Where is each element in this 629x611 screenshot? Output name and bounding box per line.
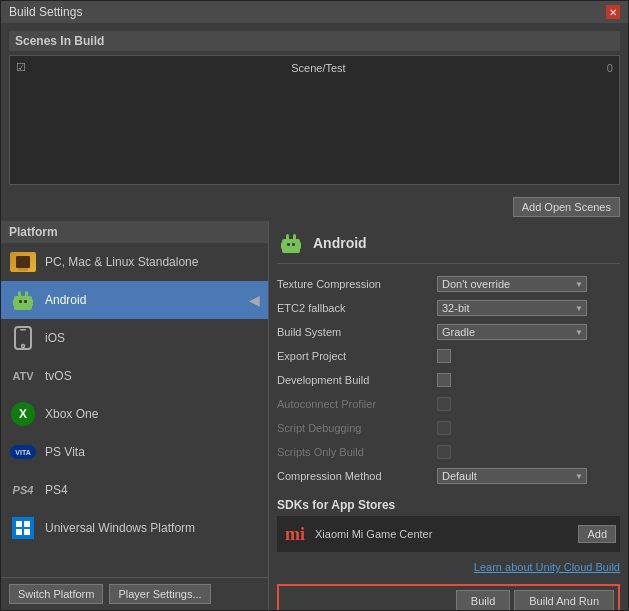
platform-name-xboxone: Xbox One [45,407,98,421]
platform-list: PC, Mac & Linux Standalone [1,243,268,577]
platform-name-android: Android [45,293,86,307]
settings-row-dev-build: Development Build [277,370,620,390]
platform-panel: Platform PC, Mac & Linux Standalone [1,221,269,610]
platform-icon-tvos: ATV [9,362,37,390]
platform-item-ios[interactable]: iOS [1,319,268,357]
settings-row-autoconnect: Autoconnect Profiler [277,394,620,414]
compression-method-select[interactable]: Default [437,468,587,484]
window-title: Build Settings [9,5,82,19]
build-system-select[interactable]: Gradle [437,324,587,340]
scenes-list: ☑ Scene/Test 0 [9,55,620,185]
platform-item-pc[interactable]: PC, Mac & Linux Standalone [1,243,268,281]
compression-method-select-wrapper: Default [437,468,587,484]
svg-rect-3 [13,299,16,306]
scenes-section: Scenes In Build ☑ Scene/Test 0 [1,23,628,193]
settings-row-texture: Texture Compression Don't override [277,274,620,294]
platform-icon-psvita: VITA [9,438,37,466]
script-debugging-checkbox [437,421,451,435]
svg-point-8 [22,345,25,348]
svg-rect-12 [16,529,22,535]
build-settings-panel: Android Texture Compression Don't overri… [269,221,628,610]
svg-rect-14 [282,239,300,253]
settings-row-scripts-only: Scripts Only Build [277,442,620,462]
texture-compression-select[interactable]: Don't override [437,276,587,292]
settings-row-etc2: ETC2 fallback 32-bit [277,298,620,318]
add-open-scenes-button[interactable]: Add Open Scenes [513,197,620,217]
build-settings-window: Build Settings ✕ Scenes In Build ☑ Scene… [0,0,629,611]
switch-platform-button[interactable]: Switch Platform [9,584,103,604]
platform-name-pc: PC, Mac & Linux Standalone [45,255,198,269]
build-buttons-container: Build Build And Run [277,584,620,610]
build-platform-header: Android [277,229,620,264]
platform-item-uwp[interactable]: Universal Windows Platform [1,509,268,547]
close-button[interactable]: ✕ [606,5,620,19]
scene-item: ☑ Scene/Test 0 [14,60,615,75]
label-development-build: Development Build [277,374,437,386]
label-script-debugging: Script Debugging [277,422,437,434]
scene-index: 0 [607,62,613,74]
settings-row-compression: Compression Method Default [277,466,620,486]
label-texture-compression: Texture Compression [277,278,437,290]
label-compression-method: Compression Method [277,470,437,482]
autoconnect-profiler-checkbox [437,397,451,411]
platform-item-ps4[interactable]: PS4 PS4 [1,471,268,509]
scripts-only-build-checkbox [437,445,451,459]
scene-name: Scene/Test [291,62,345,74]
etc2-fallback-select-wrapper: 32-bit [437,300,587,316]
svg-rect-9 [20,329,26,331]
platform-icon-xboxone: X [9,400,37,428]
svg-rect-10 [16,521,22,527]
svg-rect-20 [292,243,295,246]
sdk-icon-mi: mi [281,520,309,548]
build-platform-icon [277,229,305,257]
main-body: Platform PC, Mac & Linux Standalone [1,221,628,610]
platform-name-ios: iOS [45,331,65,345]
sdk-add-button[interactable]: Add [578,525,616,543]
window-content: Scenes In Build ☑ Scene/Test 0 Add Open … [1,23,628,610]
add-open-scenes-container: Add Open Scenes [1,193,628,221]
svg-rect-4 [30,299,33,306]
export-project-checkbox[interactable] [437,349,451,363]
platform-item-android[interactable]: Android ◀ [1,281,268,319]
svg-rect-16 [293,234,296,240]
development-build-checkbox[interactable] [437,373,451,387]
sdks-header: SDKs for App Stores [277,498,620,512]
settings-row-export: Export Project [277,346,620,366]
platform-name-ps4: PS4 [45,483,68,497]
svg-rect-1 [18,291,21,297]
build-system-select-wrapper: Gradle [437,324,587,340]
etc2-fallback-select[interactable]: 32-bit [437,300,587,316]
build-and-run-button[interactable]: Build And Run [514,590,614,610]
label-etc2-fallback: ETC2 fallback [277,302,437,314]
settings-row-build-system: Build System Gradle [277,322,620,342]
label-scripts-only-build: Scripts Only Build [277,446,437,458]
cloud-learn-link[interactable]: Learn about Unity Cloud Build [474,561,620,573]
platform-selected-arrow: ◀ [249,292,260,308]
svg-rect-5 [19,300,22,303]
sdk-row-xiaomi: mi Xiaomi Mi Game Center Add [277,516,620,552]
label-autoconnect-profiler: Autoconnect Profiler [277,398,437,410]
platform-item-xboxone[interactable]: X Xbox One [1,395,268,433]
platform-bottom-bar: Switch Platform Player Settings... [1,577,268,610]
platform-header: Platform [1,221,268,243]
scene-checkbox[interactable]: ☑ [16,61,26,74]
platform-name-psvita: PS Vita [45,445,85,459]
platform-item-psvita[interactable]: VITA PS Vita [1,433,268,471]
svg-rect-0 [14,296,32,310]
svg-rect-13 [24,529,30,535]
svg-rect-2 [25,291,28,297]
label-export-project: Export Project [277,350,437,362]
build-platform-title: Android [313,235,367,251]
build-button[interactable]: Build [456,590,510,610]
player-settings-button[interactable]: Player Settings... [109,584,210,604]
platform-name-tvos: tvOS [45,369,72,383]
title-bar: Build Settings ✕ [1,1,628,23]
svg-rect-11 [24,521,30,527]
platform-name-uwp: Universal Windows Platform [45,521,195,535]
platform-icon-pc [9,248,37,276]
platform-icon-android [9,286,37,314]
scenes-header: Scenes In Build [9,31,620,51]
label-build-system: Build System [277,326,437,338]
platform-icon-ios [9,324,37,352]
platform-item-tvos[interactable]: ATV tvOS [1,357,268,395]
